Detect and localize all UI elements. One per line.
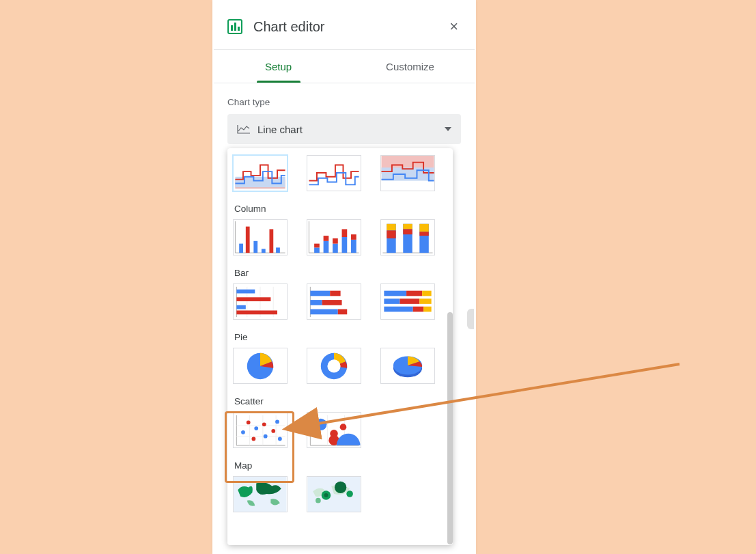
tabs: Setup Customize	[212, 50, 476, 83]
chart-option-geo-markers[interactable]	[307, 476, 361, 512]
svg-rect-33	[419, 232, 428, 236]
svg-point-72	[254, 426, 258, 430]
svg-rect-54	[419, 299, 431, 304]
svg-rect-10	[269, 229, 273, 253]
svg-rect-30	[403, 229, 412, 234]
svg-rect-6	[239, 244, 243, 253]
svg-point-78	[278, 437, 282, 441]
svg-rect-38	[236, 290, 255, 294]
section-column: Column	[232, 201, 449, 218]
section-scatter: Scatter	[232, 393, 449, 411]
svg-rect-11	[276, 247, 280, 253]
svg-point-86	[340, 424, 347, 430]
sheets-chart-icon	[227, 19, 242, 34]
panel-header: Chart editor ×	[212, 7, 476, 49]
svg-rect-32	[419, 224, 428, 232]
chart-option-stepped-3[interactable]	[380, 155, 435, 191]
svg-rect-41	[236, 310, 277, 314]
svg-rect-50	[406, 291, 422, 296]
svg-rect-51	[422, 291, 431, 296]
svg-rect-53	[400, 299, 419, 304]
svg-rect-20	[342, 237, 348, 253]
chart-type-label: Chart type	[227, 97, 461, 107]
chart-option-column-stacked[interactable]	[307, 219, 361, 255]
svg-point-83	[315, 419, 326, 430]
svg-point-71	[247, 421, 251, 425]
close-button[interactable]: ×	[447, 16, 461, 37]
panel-title: Chart editor	[253, 19, 447, 35]
svg-rect-52	[384, 299, 400, 304]
svg-rect-39	[236, 297, 270, 301]
chevron-down-icon	[445, 127, 451, 131]
chart-option-stepped-2[interactable]	[307, 155, 361, 191]
svg-rect-46	[322, 300, 342, 305]
tab-setup[interactable]: Setup	[212, 50, 344, 83]
svg-point-60	[327, 359, 340, 372]
svg-point-75	[264, 434, 268, 439]
setup-body: Chart type Line chart	[212, 83, 476, 144]
tab-customize[interactable]: Customize	[344, 50, 476, 83]
svg-rect-22	[351, 240, 356, 253]
svg-rect-56	[413, 307, 423, 312]
svg-rect-44	[330, 291, 340, 296]
svg-rect-57	[423, 307, 432, 312]
svg-rect-43	[310, 291, 330, 296]
chart-option-donut[interactable]	[307, 348, 361, 384]
section-map: Map	[232, 458, 449, 475]
chart-option-column-grouped[interactable]	[233, 219, 288, 255]
chart-option-geo[interactable]	[233, 476, 288, 512]
svg-rect-27	[387, 230, 395, 238]
chart-option-bar-100stacked[interactable]	[380, 283, 435, 320]
chart-type-select[interactable]: Line chart	[227, 114, 461, 144]
chart-option-column-100stacked[interactable]	[380, 219, 435, 255]
chart-option-bubble[interactable]	[307, 412, 361, 448]
svg-rect-49	[384, 291, 406, 296]
chart-type-dropdown[interactable]: Column	[227, 148, 453, 545]
section-pie: Pie	[232, 329, 449, 346]
selected-chart-text: Line chart	[257, 124, 303, 135]
svg-point-70	[241, 430, 245, 434]
svg-rect-14	[314, 247, 320, 253]
svg-rect-19	[333, 238, 338, 244]
svg-rect-47	[310, 309, 337, 315]
svg-point-73	[251, 437, 255, 441]
svg-rect-23	[351, 234, 356, 240]
svg-rect-9	[262, 249, 266, 253]
chart-option-stepped-1[interactable]	[233, 155, 288, 191]
chart-option-bar-stacked[interactable]	[307, 283, 361, 320]
svg-rect-18	[333, 244, 338, 253]
dropdown-scrollbar[interactable]	[447, 312, 453, 544]
svg-rect-21	[342, 229, 348, 237]
chart-option-pie[interactable]	[233, 348, 288, 384]
line-chart-icon	[237, 124, 251, 135]
svg-point-90	[324, 493, 328, 497]
svg-point-77	[275, 420, 279, 424]
svg-rect-29	[403, 224, 412, 230]
svg-rect-48	[338, 309, 347, 315]
svg-rect-26	[387, 224, 395, 231]
svg-rect-17	[324, 236, 329, 241]
svg-rect-45	[310, 300, 322, 305]
svg-rect-7	[246, 227, 250, 253]
chart-option-pie-3d[interactable]	[380, 348, 435, 384]
svg-rect-40	[236, 305, 245, 309]
svg-rect-8	[253, 241, 257, 253]
svg-point-93	[316, 498, 321, 503]
chart-option-bar-grouped[interactable]	[233, 283, 288, 320]
side-handle[interactable]	[467, 309, 474, 329]
svg-rect-55	[384, 307, 412, 312]
svg-point-92	[346, 490, 353, 497]
chart-option-scatter[interactable]	[233, 412, 288, 448]
svg-point-76	[271, 429, 275, 433]
section-bar: Bar	[232, 265, 449, 282]
svg-point-74	[262, 422, 266, 426]
svg-rect-16	[324, 241, 329, 253]
svg-point-91	[335, 482, 346, 493]
svg-rect-15	[314, 244, 320, 248]
